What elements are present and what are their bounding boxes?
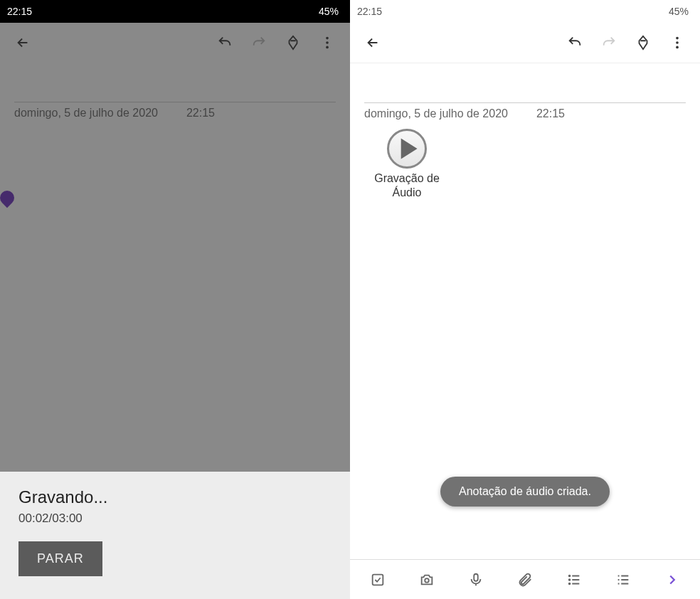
attach-button[interactable] bbox=[500, 560, 549, 599]
svg-rect-6 bbox=[372, 574, 383, 585]
status-bar: 22:15 45% bbox=[0, 0, 350, 23]
back-button[interactable] bbox=[357, 27, 388, 58]
note-meta: domingo, 5 de julho de 2020 22:15 bbox=[364, 107, 686, 120]
numbered-list-button[interactable] bbox=[599, 560, 648, 599]
audio-attachment[interactable]: Gravação de Áudio bbox=[364, 129, 450, 200]
toast-message: Anotação de áudio criada. bbox=[459, 485, 591, 497]
battery-text: 45% bbox=[669, 6, 689, 17]
redo-button[interactable] bbox=[593, 27, 625, 58]
note-date: domingo, 5 de julho de 2020 bbox=[364, 107, 508, 120]
svg-point-5 bbox=[676, 46, 679, 49]
checkbox-button[interactable] bbox=[353, 560, 402, 599]
svg-rect-8 bbox=[474, 573, 478, 581]
status-time: 22:15 bbox=[357, 6, 382, 17]
audio-label-line2: Áudio bbox=[393, 186, 422, 198]
svg-point-3 bbox=[676, 37, 679, 40]
undo-button[interactable] bbox=[559, 27, 590, 58]
note-time: 22:15 bbox=[536, 107, 565, 120]
status-time: 22:15 bbox=[7, 6, 32, 17]
svg-point-10 bbox=[569, 579, 571, 581]
svg-point-11 bbox=[569, 583, 571, 584]
stop-button[interactable]: PARAR bbox=[18, 541, 102, 576]
recording-time: 00:02/03:00 bbox=[18, 511, 332, 526]
bottom-toolbar bbox=[350, 559, 700, 599]
more-button[interactable] bbox=[662, 27, 693, 58]
audio-label-line1: Gravação de bbox=[374, 172, 440, 184]
play-icon[interactable] bbox=[387, 129, 427, 169]
battery-text: 45% bbox=[319, 6, 339, 17]
svg-point-4 bbox=[676, 41, 679, 44]
toast: Anotação de áudio criada. bbox=[440, 477, 610, 507]
camera-button[interactable] bbox=[402, 560, 451, 599]
recording-status: Gravando... bbox=[18, 487, 332, 507]
pen-button[interactable] bbox=[627, 27, 659, 58]
status-bar: 22:15 45% bbox=[350, 0, 700, 23]
mic-button[interactable] bbox=[451, 560, 500, 599]
svg-point-7 bbox=[425, 578, 429, 583]
note-content[interactable]: domingo, 5 de julho de 2020 22:15 Gravaç… bbox=[350, 63, 700, 559]
list-button[interactable] bbox=[550, 560, 599, 599]
svg-point-9 bbox=[569, 575, 571, 576]
app-bar bbox=[350, 23, 700, 63]
expand-button[interactable] bbox=[648, 560, 697, 599]
recording-sheet: Gravando... 00:02/03:00 PARAR bbox=[0, 472, 350, 599]
title-input[interactable] bbox=[364, 75, 686, 103]
